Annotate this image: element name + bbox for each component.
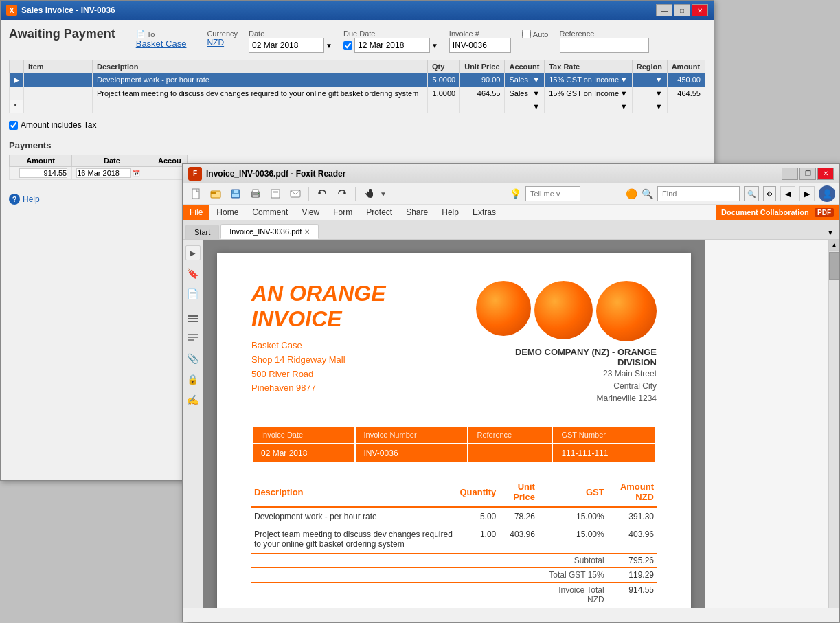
help-link[interactable]: Help [23, 194, 40, 204]
table-row[interactable]: Project team meeting to discuss dev chan… [10, 87, 705, 100]
menu-share[interactable]: Share [399, 205, 435, 220]
payment-date-cell[interactable]: 📅 [72, 167, 152, 180]
tab-start[interactable]: Start [185, 225, 219, 239]
account-cell2[interactable]: Sales ▼ [505, 87, 545, 100]
new-btn[interactable] [187, 186, 205, 201]
print-btn[interactable] [247, 186, 264, 201]
pdf-badge: PDF [815, 208, 834, 217]
date-dropdown-icon[interactable]: ▼ [326, 42, 332, 49]
signature-btn[interactable]: ✍ [185, 392, 201, 407]
unit-price-cell[interactable]: 90.00 [460, 73, 505, 87]
item2-up: 403.96 [499, 525, 538, 554]
svg-rect-21 [188, 337, 198, 338]
svg-rect-13 [273, 194, 277, 194]
table-row-empty[interactable]: * ▼ ▼ ▼ [10, 100, 705, 113]
amount-cell2[interactable]: 464.55 [667, 87, 705, 100]
pages-btn[interactable]: 📄 [185, 286, 201, 302]
email-btn[interactable] [286, 186, 304, 201]
scroll-thumb[interactable] [829, 252, 839, 280]
lock-btn[interactable]: 🔒 [185, 372, 201, 387]
menu-form[interactable]: Form [326, 205, 359, 220]
description-cell[interactable]: Development work - per hour rate [93, 73, 428, 87]
tell-me-input[interactable] [525, 186, 580, 201]
foxit-scrollbar[interactable]: ▲ [828, 240, 839, 608]
due-date-input[interactable] [354, 38, 430, 53]
close-button[interactable]: ✕ [692, 4, 708, 16]
account-cell[interactable]: Sales ▼ [505, 73, 545, 87]
item-cell2[interactable] [24, 87, 93, 100]
payment-amount-input[interactable] [19, 168, 67, 178]
menu-view[interactable]: View [295, 205, 326, 220]
tab-close-icon[interactable]: ✕ [304, 228, 310, 236]
redo-btn[interactable] [333, 186, 351, 201]
menu-protect[interactable]: Protect [359, 205, 399, 220]
unit-price-cell2[interactable]: 464.55 [460, 87, 505, 100]
tax-rate-cell2[interactable]: 15% GST on Income ▼ [545, 87, 633, 100]
foxit-close-button[interactable]: ✕ [817, 168, 834, 180]
svg-point-9 [258, 193, 259, 194]
save-btn[interactable] [227, 186, 245, 201]
cursor-btn[interactable] [360, 186, 378, 201]
menu-file[interactable]: File [183, 205, 209, 220]
due-date-checkbox[interactable] [343, 41, 352, 50]
cursor-dropdown[interactable]: ▼ [380, 190, 387, 198]
find-search-btn[interactable]: 🔍 [744, 186, 759, 201]
qty-cell2[interactable]: 1.0000 [427, 87, 459, 100]
region-cell[interactable]: ▼ [632, 73, 667, 87]
qty-cell[interactable]: 5.0000 [427, 73, 459, 87]
customer-link[interactable]: Basket Case [136, 38, 187, 49]
attach-btn[interactable]: 📎 [185, 351, 201, 366]
restore-button[interactable]: □ [674, 4, 690, 16]
find-settings-btn[interactable]: ⚙ [763, 186, 776, 201]
nav-back-btn[interactable]: ◀ [780, 186, 795, 201]
menu-home[interactable]: Home [209, 205, 245, 220]
tax-rate-cell[interactable]: 15% GST on Income ▼ [545, 73, 633, 87]
foxit-document-area[interactable]: AN ORANGE INVOICE Basket Case Shop 14 Ri… [203, 240, 705, 608]
pdf-info-table: Invoice Date Invoice Number Reference GS… [251, 425, 657, 464]
find-input[interactable] [657, 186, 740, 201]
item-cell[interactable] [24, 73, 93, 87]
undo-btn[interactable] [313, 186, 331, 201]
open-btn[interactable] [207, 186, 225, 201]
svg-rect-12 [273, 192, 278, 193]
date-input[interactable] [249, 38, 324, 53]
foxit-restore-button[interactable]: ❐ [799, 168, 816, 180]
orange-circle-icon: 🟠 [626, 188, 637, 199]
profile-btn[interactable]: 👤 [819, 185, 835, 202]
menu-comment[interactable]: Comment [245, 205, 295, 220]
payment-amount-cell[interactable] [10, 167, 72, 180]
layers-btn[interactable] [185, 310, 201, 325]
sidebar-toggle-btn[interactable]: ▶ [185, 245, 201, 260]
foxit-minimize-button[interactable]: — [782, 168, 798, 180]
item1-up: 78.26 [499, 507, 538, 525]
amount-includes-checkbox[interactable] [9, 121, 18, 130]
sales-window-icon: X [6, 5, 17, 16]
menu-extras[interactable]: Extras [466, 205, 503, 220]
search-sidebar-btn[interactable] [185, 330, 201, 346]
print-preview-btn[interactable] [266, 186, 284, 201]
scroll-up-btn[interactable]: ▲ [829, 240, 839, 251]
bookmark-btn[interactable]: 🔖 [185, 266, 201, 281]
svg-marker-15 [319, 192, 321, 194]
invoice-number-input[interactable] [449, 38, 511, 53]
description-cell2[interactable]: Project team meeting to discuss dev chan… [93, 87, 428, 100]
due-date-dropdown-icon[interactable]: ▼ [431, 42, 438, 49]
tab-dropdown-icon[interactable]: ▼ [824, 226, 837, 239]
nav-forward-btn[interactable]: ▶ [799, 186, 815, 201]
reference-input[interactable] [560, 38, 649, 53]
total-gst-value: 119.29 [607, 568, 657, 583]
item1-gst: 15.00% [538, 507, 607, 525]
auto-checkbox[interactable] [522, 30, 531, 38]
company-to: Demo Company (NZ) - Orange Division 23 M… [476, 347, 657, 405]
menu-help[interactable]: Help [435, 205, 466, 220]
payment-date-input[interactable] [76, 168, 131, 178]
payment-row[interactable]: 📅 [10, 167, 188, 180]
minimize-button[interactable]: — [656, 4, 672, 16]
tab-start-label: Start [194, 228, 210, 236]
tab-invoice[interactable]: Invoice_INV-0036.pdf ✕ [220, 224, 319, 239]
table-row[interactable]: ▶ Development work - per hour rate 5.000… [10, 73, 705, 87]
amount-cell[interactable]: 450.00 [667, 73, 705, 87]
currency-value[interactable]: NZD [207, 38, 224, 47]
region-cell2[interactable]: ▼ [632, 87, 667, 100]
payment-date-icon[interactable]: 📅 [133, 170, 140, 177]
